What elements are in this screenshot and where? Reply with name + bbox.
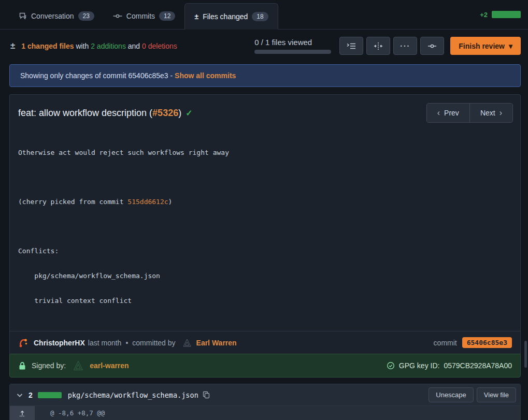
cherry-pick-close: )	[168, 198, 173, 206]
commits-count-badge: 12	[159, 11, 175, 21]
issue-link[interactable]: #5326	[152, 108, 178, 118]
gpg-key-label: GPG key ID:	[399, 361, 440, 370]
commit-label: commit	[434, 339, 457, 347]
commit-author-row: ChristopherHX last month • committed by …	[10, 331, 520, 354]
finish-review-button[interactable]: Finish review ▾	[450, 37, 521, 55]
tab-conversation-label: Conversation	[31, 12, 74, 20]
conversation-icon	[19, 12, 27, 20]
view-file-button[interactable]: View file	[477, 387, 516, 402]
show-all-commits-link[interactable]: Show all commits	[175, 71, 236, 80]
author-avatar[interactable]	[18, 338, 28, 348]
diff-summary-icon: ±	[10, 41, 15, 51]
files-viewed-label: 0 / 1 files viewed	[254, 38, 312, 47]
signer-avatar[interactable]	[72, 359, 84, 372]
committer-avatar[interactable]	[182, 338, 192, 348]
committed-by-label: committed by	[132, 339, 175, 347]
commit-title: feat: allow workflow description (#5326)…	[18, 108, 193, 119]
committer-link[interactable]: Earl Warren	[196, 339, 237, 347]
diff-summary-text: 1 changed files with 2 additions and 0 d…	[21, 42, 177, 50]
cherry-pick-text: (cherry picked from commit	[18, 198, 127, 206]
signature-bar: Signed by: earl-warren GPG key ID: 0579C…	[9, 354, 521, 378]
commit-select-button[interactable]	[420, 37, 444, 55]
chevron-down-icon: ▾	[509, 42, 512, 50]
commit-message-line: Otherwise act would reject such workflow…	[18, 149, 512, 157]
split-view-button[interactable]	[366, 37, 390, 55]
cherry-pick-commit-link[interactable]: 515dd6612c	[127, 198, 168, 206]
unescape-button[interactable]: Unescape	[429, 387, 474, 402]
changed-files-link[interactable]: 1 changed files	[21, 42, 74, 50]
summary-and: and	[128, 42, 140, 50]
commit-message-line: trivial context conflict	[18, 297, 512, 305]
diff-stat-additions: +2	[480, 11, 488, 19]
verified-icon	[387, 361, 395, 370]
commit-date: last month	[88, 339, 122, 347]
chevron-left-icon: ‹	[437, 108, 440, 118]
diff-options-button[interactable]: ···	[393, 37, 417, 55]
file-additions-count: 2	[28, 391, 33, 399]
scrollbar-thumb[interactable]	[524, 341, 527, 368]
diff-stat-bar	[492, 11, 521, 18]
author-link[interactable]: ChristopherHX	[34, 339, 85, 347]
hunk-header: @ -8,6 +8,7 @@	[10, 406, 520, 420]
hunk-header-text: @ -8,6 +8,7 @@	[35, 406, 105, 420]
file-diff-header: 2 pkg/schema/workflow_schema.json Unesca…	[10, 384, 520, 406]
tab-commits-label: Commits	[126, 12, 155, 20]
chevron-right-icon: ›	[500, 108, 502, 118]
lock-icon	[18, 361, 26, 370]
summary-deletions: 0 deletions	[142, 42, 177, 50]
gpg-key-value: 0579CB2928A78A00	[444, 361, 512, 370]
commit-message-line: (cherry picked from commit 515dd6612c)	[18, 198, 512, 206]
files-viewed-progressbar	[254, 50, 331, 54]
summary-additions: 2 additions	[91, 42, 126, 50]
files-viewed: 0 / 1 files viewed	[254, 38, 331, 54]
tab-conversation[interactable]: Conversation 23	[9, 3, 104, 29]
tab-files-changed-label: Files changed	[203, 12, 248, 21]
commit-message-line: Conflicts:	[18, 247, 512, 255]
signed-by-label: Signed by:	[32, 361, 66, 370]
collapse-file-chevron-icon[interactable]	[16, 392, 23, 399]
commit-box: feat: allow workflow description (#5326)…	[9, 94, 521, 354]
diff-summary-row: ± 1 changed files with 2 additions and 0…	[0, 30, 528, 61]
prev-label: Prev	[444, 109, 459, 117]
commit-icon	[113, 12, 122, 20]
commit-message-line: pkg/schema/workflow_schema.json	[18, 272, 512, 280]
pr-tabbar: Conversation 23 Commits 12 ± Files chang…	[0, 0, 528, 30]
commit-title-text: feat: allow workflow description (	[18, 108, 152, 118]
file-diff-box: 2 pkg/schema/workflow_schema.json Unesca…	[9, 384, 521, 420]
commit-sha-badge[interactable]: 65406c85e3	[462, 337, 512, 348]
commit-filter-banner: Showing only changes of commit 65406c85e…	[9, 64, 521, 87]
commit-title-suffix: )	[178, 108, 181, 118]
file-path[interactable]: pkg/schema/workflow_schema.json	[68, 391, 198, 399]
file-tree-toggle-button[interactable]	[339, 37, 363, 55]
files-count-badge: 18	[252, 12, 268, 21]
next-commit-button[interactable]: Next ›	[469, 104, 512, 122]
ellipsis-icon: ···	[400, 42, 410, 50]
prev-commit-button[interactable]: ‹ Prev	[427, 104, 469, 122]
commit-message-body: Otherwise act would reject such workflow…	[10, 125, 520, 331]
signer-link[interactable]: earl-warren	[90, 361, 129, 370]
commit-status-check-icon[interactable]: ✓	[185, 109, 192, 118]
finish-review-label: Finish review	[459, 42, 505, 50]
expand-hunk-button[interactable]	[10, 406, 35, 420]
commit-nav: ‹ Prev Next ›	[426, 103, 513, 123]
diff-stat: +2	[480, 0, 528, 29]
dot-separator: •	[125, 339, 128, 347]
copy-path-icon[interactable]	[203, 391, 210, 399]
tab-files-changed[interactable]: ± Files changed 18	[184, 3, 278, 30]
diff-icon: ±	[194, 12, 198, 21]
next-label: Next	[480, 109, 495, 117]
tab-commits[interactable]: Commits 12	[104, 3, 185, 29]
banner-text: Showing only changes of commit 65406c85e…	[20, 71, 173, 80]
file-diff-stat-bar	[38, 392, 62, 398]
summary-with: with	[76, 42, 89, 50]
conversation-count-badge: 23	[78, 11, 94, 21]
